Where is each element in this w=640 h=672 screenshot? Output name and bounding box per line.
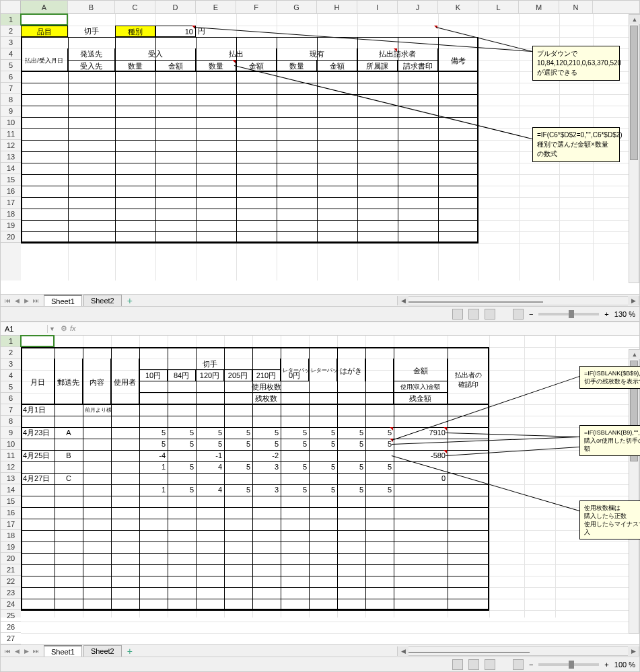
fx-wizard-icon[interactable]: ⚙ [61,324,67,333]
name-box[interactable]: A1 [1,325,48,333]
tab-first-icon[interactable]: ⏮ [3,648,11,655]
tab-sheet1[interactable]: Sheet1 [44,295,82,307]
zoom-level-1[interactable]: 130 % [614,310,635,318]
scroll-up-icon[interactable]: ▲ [629,350,640,359]
sheet-tabs-1: ⏮ ◀ ▶ ⏭ Sheet1 Sheet2 + ◀ ▶ [1,294,639,306]
tab-next-icon[interactable]: ▶ [22,297,30,304]
zoom-slider-1[interactable] [538,313,599,315]
zoom-level-2[interactable]: 100 % [614,661,635,669]
add-sheet-button[interactable]: + [122,295,138,306]
tab-prev-icon[interactable]: ◀ [13,648,21,655]
row-headers-2: 1234567891011121314151617181920212223242… [1,336,21,618]
spreadsheet-pane-2: A1 ▼ ⚙ fx ABCDEFGHIJKLMNOPQ 123456789101… [0,322,640,672]
scroll-left-icon[interactable]: ◀ [398,646,408,656]
tab-next-icon[interactable]: ▶ [22,648,30,655]
view-break-icon[interactable] [485,309,495,320]
sheet-tabs-2: ⏮ ◀ ▶ ⏭ Sheet1 Sheet2 + ◀ ▶ [1,644,639,657]
statusbar-1: − + 130 % [1,306,639,321]
statusbar-2: − + 100 % [1,657,639,671]
view-normal-icon[interactable] [452,309,463,320]
formula-bar-row: A1 ▼ ⚙ fx [1,322,639,336]
tab-prev-icon[interactable]: ◀ [13,297,21,304]
cell-comment: =IF(C6*$D$2=0,"",C6*$D$2) 種別で選んだ金額×数量 の数… [532,127,620,162]
view-page-icon[interactable] [468,309,479,320]
zoom-slider-2[interactable] [538,663,599,666]
vertical-scrollbar-1[interactable]: ▲ [629,14,639,283]
cell-comment: =IF(ISBLANK(B9),"",E9*10+F9*84+G9*120+H9… [579,425,640,456]
scroll-right-icon[interactable]: ▶ [628,646,639,656]
tab-sheet2[interactable]: Sheet2 [83,295,122,306]
tab-last-icon[interactable]: ⏭ [32,648,40,655]
view-break-icon[interactable] [485,659,495,670]
cell-comment: プルダウンで 10,84,120,210,0,63,370,520が選択できる [532,46,620,81]
row-headers-1: 1234567891011121314151617181920 [1,14,21,281]
spreadsheet-pane-1: ABCDEFGHIJKLMN 1234567891011121314151617… [0,0,640,322]
horizontal-scrollbar-1[interactable]: ◀ ▶ [397,296,639,305]
horizontal-scrollbar-2[interactable]: ◀ ▶ [397,646,639,656]
tab-last-icon[interactable]: ⏭ [32,297,40,304]
view-grid-icon[interactable] [513,309,524,320]
scroll-left-icon[interactable]: ◀ [398,296,408,305]
cell-comment: =IF(ISBLANK($B$9),"",M8+M9) 切手の残枚数を表示する [579,366,640,389]
scroll-right-icon[interactable]: ▶ [628,296,639,305]
column-headers-1: ABCDEFGHIJKLMN [1,1,639,14]
tab-sheet1[interactable]: Sheet1 [44,645,82,657]
view-grid-icon[interactable] [513,659,524,670]
vertical-scrollbar-2[interactable]: ▲ [629,349,639,634]
add-sheet-button[interactable]: + [122,646,138,657]
scroll-up-icon[interactable]: ▲ [629,15,640,24]
tab-first-icon[interactable]: ⏮ [3,297,11,304]
cell-comment: 使用枚数欄は 購入したら正数 使用したらマイナスで記入 [579,500,640,539]
fx-icon[interactable]: fx [70,324,76,333]
select-all-1[interactable] [1,1,21,13]
tab-sheet2[interactable]: Sheet2 [83,645,122,657]
view-normal-icon[interactable] [452,659,463,670]
cell-grid-2[interactable]: 月日郵送先内容使用者切手レターパック370レターパック520はがき10円84円1… [21,336,639,618]
view-page-icon[interactable] [468,659,479,670]
cell-grid-1[interactable]: 品目切手種別10円払出/受入月日発送先受入先受入数量金額払出数量金額現有数量金額… [21,14,639,281]
